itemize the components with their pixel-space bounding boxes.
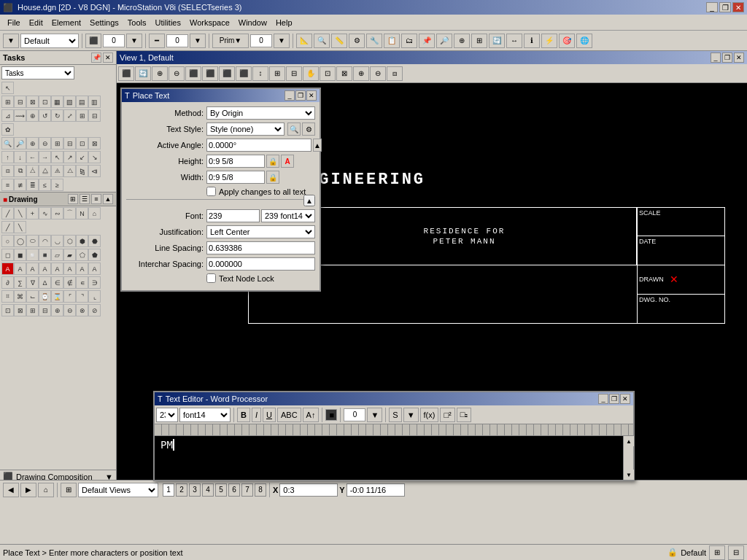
dt17[interactable]: ⬢ [76,235,88,247]
menu-element[interactable]: Element [47,17,85,28]
tool-r2[interactable]: ⟿ [14,109,26,122]
ts-settings[interactable]: ⚙ [302,122,315,136]
tasks-pin[interactable]: 📌 [91,52,101,63]
detail-view-btn[interactable]: ≡ [91,194,101,204]
dt18[interactable]: ⬣ [88,235,101,247]
dt23[interactable]: ▱ [51,249,63,261]
line-spacing-input[interactable] [206,241,315,254]
method-select[interactable]: By Origin [206,106,315,120]
tool-select[interactable]: ↖ [1,82,14,94]
view-tab-1[interactable]: 1 [163,483,174,497]
dt53[interactable]: ⊞ [26,304,39,316]
tb-icon7[interactable]: 🗂 [401,34,417,48]
dt7[interactable]: N [76,207,88,219]
tool-x5[interactable]: ≥ [51,179,63,191]
minimize-button[interactable]: _ [706,2,718,12]
status-btn2[interactable]: ⊟ [728,545,744,560]
tb-icon10[interactable]: ⊕ [454,34,470,48]
tool-v5[interactable]: ↖ [51,151,63,163]
view-tab-7[interactable]: 7 [241,483,253,497]
tb-icon8[interactable]: 📌 [419,34,435,48]
dt20[interactable]: ◼ [14,249,26,261]
views-icon[interactable]: ⊞ [61,483,77,497]
dt48[interactable]: ⌜ [63,290,76,303]
vt13[interactable]: ⊡ [320,66,336,81]
te-superscript[interactable]: A↑ [303,408,320,422]
dialog-restore[interactable]: ❐ [295,90,306,101]
view-tab-3[interactable]: 3 [189,483,201,497]
te-super1[interactable]: □² [440,408,454,422]
dt46[interactable]: ⌚ [39,290,51,303]
tool-t6[interactable]: ▧ [63,96,76,108]
dt35[interactable]: ∂ [1,276,14,289]
dt49[interactable]: ⌝ [76,290,88,303]
dt44[interactable]: ⌘ [14,290,26,303]
dialog-close[interactable]: ✕ [306,90,317,101]
collapse-section[interactable]: ▲ [303,195,315,206]
te-italic[interactable]: I [252,408,261,422]
vt9[interactable]: ↕ [252,66,268,81]
toolbar-num3[interactable] [250,34,272,47]
dt47[interactable]: ⌛ [51,290,63,303]
tool-t5[interactable]: ▦ [51,96,63,108]
tool-v8[interactable]: ↘ [88,151,101,163]
vt1[interactable]: ⬛ [118,66,134,81]
vt7[interactable]: ⬛ [219,66,235,81]
tool-v2[interactable]: ↓ [14,151,26,163]
tb-icon9[interactable]: 🔎 [436,34,452,48]
tool-u2[interactable]: 🔎 [14,137,26,149]
dt12[interactable]: ◯ [14,235,26,247]
dt38[interactable]: Δ [39,276,51,289]
tool-r4[interactable]: ↺ [39,109,51,122]
dt40[interactable]: ∉ [63,276,76,289]
ts-search[interactable]: 🔍 [287,122,301,136]
vt10[interactable]: ⊞ [269,66,285,81]
tool-w1[interactable]: ⧈ [1,165,14,177]
dt39[interactable]: ∈ [51,276,63,289]
te-color[interactable]: ■ [325,409,337,421]
tool-u3[interactable]: ⊕ [26,137,39,149]
restore-button[interactable]: ❐ [719,2,731,12]
te-bold[interactable]: B [237,408,250,422]
tb-icon5[interactable]: 🔧 [366,34,382,48]
view-tab-2[interactable]: 2 [176,483,187,497]
text-node-check[interactable] [206,273,216,283]
tb-icon11[interactable]: ⊞ [471,34,487,48]
dt11[interactable]: ○ [1,235,14,247]
tasks-close[interactable]: ✕ [103,52,113,63]
dt51[interactable]: ⊡ [1,304,14,316]
tool-t2[interactable]: ⊟ [14,96,26,108]
dt42[interactable]: ∋ [88,276,101,289]
tool-s1[interactable]: ✿ [1,123,14,136]
dt13[interactable]: ⬭ [26,235,39,247]
te-num[interactable] [344,408,365,421]
nav-forward[interactable]: ▶ [20,483,36,497]
place-text-title-bar[interactable]: T Place Text _ ❐ ✕ [122,89,320,102]
dt50[interactable]: ⌞ [88,290,101,303]
te-minimize[interactable]: _ [598,394,608,404]
tool-u7[interactable]: ⊡ [76,137,88,149]
toolbar-btn5[interactable]: ▼ [274,34,290,48]
tool-w4[interactable]: ⧋ [39,165,51,177]
dt31[interactable]: A [51,262,63,275]
dt10[interactable]: ╲ [14,221,26,233]
tool-v4[interactable]: → [39,151,51,163]
tool-w7[interactable]: ⧎ [76,165,88,177]
vt11[interactable]: ⊟ [286,66,302,81]
te-close[interactable]: ✕ [620,394,630,404]
tool-w5[interactable]: ⧌ [51,165,63,177]
te-down[interactable]: ▼ [367,408,382,422]
te-font-name[interactable]: font14 [179,408,231,422]
text-style-select[interactable]: Style (none) [206,122,285,136]
grid-view-btn[interactable]: ⊞ [68,194,78,204]
tool-x4[interactable]: ≤ [39,179,51,191]
dt8[interactable]: ⌂ [88,207,101,219]
vt16[interactable]: ⊖ [370,66,386,81]
dt56[interactable]: ⊖ [63,304,76,316]
dt43[interactable]: ⌗ [1,290,14,303]
tool-w2[interactable]: ⧉ [14,165,26,177]
te-font-num[interactable]: 239 [156,408,178,422]
tb-icon17[interactable]: 🌐 [576,34,592,48]
tb-icon3[interactable]: 📏 [331,34,347,48]
interchar-input[interactable] [206,257,315,271]
